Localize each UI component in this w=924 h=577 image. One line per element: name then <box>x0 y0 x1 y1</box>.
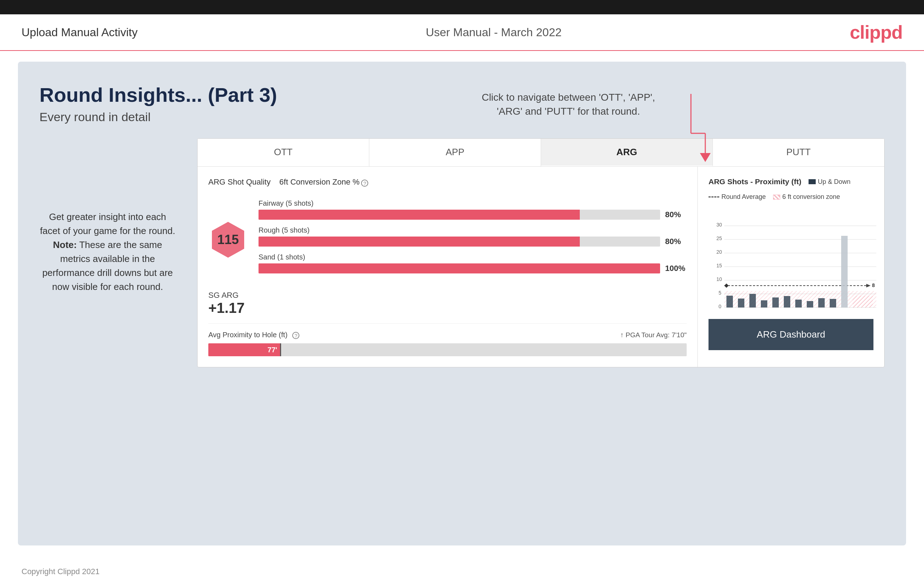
bar-fill-fairway <box>258 210 580 220</box>
bar-pct-sand: 100% <box>665 264 687 273</box>
doc-title: User Manual - March 2022 <box>426 26 562 39</box>
copyright: Copyright Clippd 2021 <box>21 567 100 576</box>
chart-title: ARG Shots - Proximity (ft) <box>709 177 801 186</box>
svg-text:25: 25 <box>716 235 722 241</box>
prox-bar-fill: 77' <box>208 343 280 356</box>
svg-rect-29 <box>772 297 779 308</box>
bar-pct-rough: 80% <box>665 237 687 246</box>
prox-value: 77' <box>268 346 277 354</box>
svg-text:8: 8 <box>872 282 875 288</box>
svg-text:10: 10 <box>716 276 722 282</box>
bar-row-rough: Rough (5 shots) 80% <box>258 226 687 247</box>
page-title: Round Insights... (Part 3) <box>39 83 885 106</box>
prox-help-icon[interactable]: ? <box>292 332 299 339</box>
legend-conversion: 6 ft conversion zone <box>773 193 840 201</box>
panel-body: ARG Shot Quality 6ft Conversion Zone % ?… <box>197 167 884 367</box>
svg-rect-32 <box>807 301 813 308</box>
nav-hint: Click to navigate between 'OTT', 'APP','… <box>481 90 655 118</box>
arg-quality-header: ARG Shot Quality 6ft Conversion Zone % ? <box>208 177 687 189</box>
content-layout: Get greater insight into each facet of y… <box>39 139 885 367</box>
arg-quality-title: ARG Shot Quality <box>208 177 271 187</box>
tab-putt[interactable]: PUTT <box>713 139 884 166</box>
footer: Copyright Clippd 2021 <box>0 560 924 577</box>
bar-row-sand: Sand (1 shots) 100% <box>258 253 687 274</box>
svg-rect-34 <box>830 299 836 308</box>
svg-rect-33 <box>818 298 825 308</box>
bar-rows: Fairway (5 shots) 80% Rough (5 shots) <box>258 199 687 280</box>
nav-hint-text: Click to navigate between 'OTT', 'APP','… <box>481 92 655 117</box>
legend-up-down: Up & Down <box>809 178 850 185</box>
logo: clippd <box>850 21 903 43</box>
chart-legend: ARG Shots - Proximity (ft) Up & Down Rou… <box>709 177 874 201</box>
svg-text:20: 20 <box>716 249 722 255</box>
svg-rect-26 <box>738 298 745 308</box>
arg-left-section: ARG Shot Quality 6ft Conversion Zone % ?… <box>197 167 698 367</box>
svg-marker-3 <box>700 153 711 162</box>
svg-rect-35 <box>841 236 848 308</box>
hex-badge: 115 <box>208 220 248 259</box>
arrow-container <box>669 90 712 163</box>
bar-fill-rough <box>258 237 580 247</box>
left-description: Get greater insight into each facet of y… <box>39 139 176 294</box>
arg-dashboard-button[interactable]: ARG Dashboard <box>709 319 874 350</box>
bar-pct-fairway: 80% <box>665 210 687 219</box>
hex-number: 115 <box>217 232 239 247</box>
upload-label: Upload Manual Activity <box>21 26 138 39</box>
arg-right-section: ARG Shots - Proximity (ft) Up & Down Rou… <box>698 167 884 367</box>
bar-track-fairway <box>258 210 660 220</box>
svg-text:0: 0 <box>719 303 721 309</box>
svg-rect-30 <box>784 296 790 308</box>
sg-label: SG ARG <box>208 291 687 300</box>
bar-track-sand <box>258 263 660 274</box>
bar-label-sand: Sand (1 shots) <box>258 253 687 261</box>
bar-label-rough: Rough (5 shots) <box>258 226 687 234</box>
sg-section: SG ARG +1.17 <box>208 291 687 316</box>
right-panel: OTT APP ARG PUTT ARG Shot Quali <box>197 139 885 367</box>
svg-marker-23 <box>866 284 871 287</box>
bar-fill-sand <box>258 263 660 274</box>
chart-area: 0 5 10 15 20 25 30 <box>709 204 874 312</box>
top-bar <box>0 0 924 15</box>
svg-text:15: 15 <box>716 263 722 268</box>
bar-row-fairway: Fairway (5 shots) 80% <box>258 199 687 220</box>
sg-value: +1.17 <box>208 300 687 316</box>
bar-label-fairway: Fairway (5 shots) <box>258 199 687 208</box>
prox-bar-track: 77' <box>208 343 687 356</box>
main-content: Round Insights... (Part 3) Every round i… <box>18 62 906 545</box>
bar-track-rough <box>258 237 660 247</box>
nav-arrow-icon <box>669 90 712 162</box>
prox-header: Avg Proximity to Hole (ft) ? ↑ PGA Tour … <box>208 331 687 339</box>
svg-rect-28 <box>761 300 767 308</box>
svg-rect-36 <box>853 296 873 308</box>
svg-rect-25 <box>727 296 733 308</box>
tab-bar: OTT APP ARG PUTT <box>197 139 884 167</box>
tab-ott[interactable]: OTT <box>197 139 369 166</box>
svg-rect-31 <box>795 300 802 308</box>
pga-tour-avg: ↑ PGA Tour Avg: 7'10" <box>620 331 687 339</box>
help-icon[interactable]: ? <box>361 180 368 187</box>
tab-app[interactable]: APP <box>369 139 541 166</box>
proximity-section: Avg Proximity to Hole (ft) ? ↑ PGA Tour … <box>208 323 687 356</box>
svg-text:5: 5 <box>719 290 721 296</box>
header: Upload Manual Activity User Manual - Mar… <box>0 15 924 51</box>
left-text-content: Get greater insight into each facet of y… <box>39 210 176 294</box>
prox-title: Avg Proximity to Hole (ft) ? <box>208 331 299 339</box>
legend-round-avg: Round Average <box>709 193 766 201</box>
svg-marker-22 <box>724 284 729 288</box>
svg-text:30: 30 <box>716 222 722 227</box>
prox-cursor <box>280 343 281 356</box>
conversion-label: 6ft Conversion Zone % <box>279 177 360 187</box>
arg-chart-svg: 0 5 10 15 20 25 30 <box>709 204 880 312</box>
svg-rect-27 <box>750 294 756 308</box>
hex-and-bars: 115 Fairway (5 shots) 80% <box>208 199 687 280</box>
page-subtitle: Every round in detail <box>39 110 885 124</box>
